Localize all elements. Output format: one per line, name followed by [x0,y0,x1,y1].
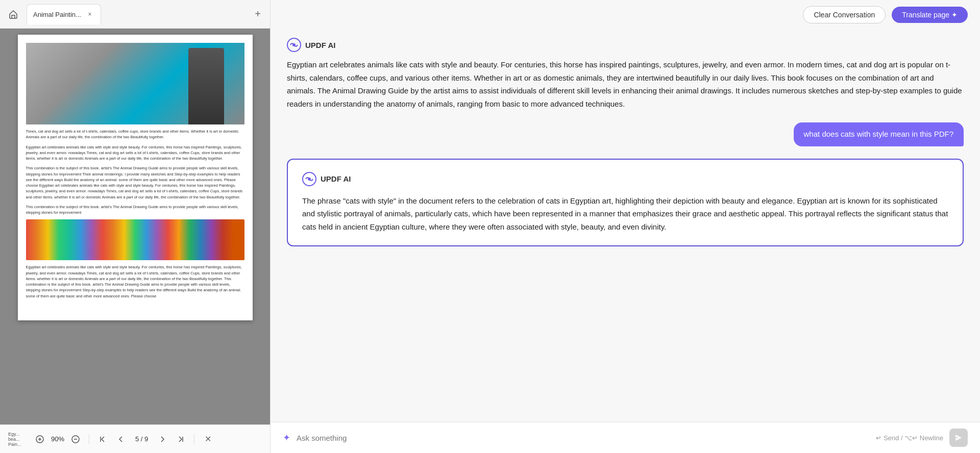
page-last-button[interactable] [174,432,188,446]
updf-ai-logo-2 [302,172,316,186]
close-document-button[interactable]: ✕ [201,432,215,446]
tab-close-button[interactable]: × [85,10,94,19]
page-first-button[interactable] [95,432,110,446]
second-ai-text: The phrase "cats with style" in the docu… [302,194,948,234]
first-ai-message: UPDF AI Egyptian art celebrates animals … [287,38,964,110]
translate-page-button[interactable]: Translate page ✦ [892,7,968,23]
zoom-display: 90% [51,435,64,443]
pdf-tab[interactable]: Animal Paintin... × [27,4,101,24]
divider-2 [194,434,194,444]
ai-name-1: UPDF AI [305,41,335,49]
tab-bar: Animal Paintin... × + [0,0,270,29]
page-next-button[interactable] [155,432,169,446]
ai-label-2: UPDF AI [302,172,948,186]
pdf-text-1: Times, cat and dog art sells a lot of t-… [26,129,244,140]
updf-ai-logo-1 [287,38,301,52]
ai-name-2: UPDF AI [321,174,351,183]
first-ai-text: Egyptian art celebrates animals like cat… [287,58,964,110]
user-bubble: what does cats with style mean in this P… [794,122,964,146]
clear-conversation-button[interactable]: Clear Conversation [803,6,886,23]
right-header: Clear Conversation Translate page ✦ [271,0,980,30]
svg-point-10 [308,178,311,181]
zoom-out-button[interactable] [68,432,83,446]
sparkle-icon: ✦ [283,432,290,443]
right-panel: Clear Conversation Translate page ✦ UPDF… [271,0,980,453]
pdf-image-pencils [26,219,244,260]
pdf-page: Times, cat and dog art sells a lot of t-… [18,35,253,320]
thumbnail-text: Egy... bea... Pain... [8,432,29,447]
send-button[interactable] [949,429,968,447]
add-tab-button[interactable]: + [250,6,266,22]
pdf-image-top [26,43,244,124]
page-info: 5 / 9 [132,435,151,443]
divider-1 [89,434,89,444]
input-hint: ↵ Send / ⌥↵ Newline [876,434,943,442]
chat-input[interactable] [297,434,870,442]
left-panel: Animal Paintin... × + Times, cat and dog… [0,0,271,453]
ai-label-1: UPDF AI [287,38,964,52]
chat-input-bar: ✦ ↵ Send / ⌥↵ Newline [271,422,980,453]
pdf-figure [188,48,224,124]
home-button[interactable] [4,5,22,23]
tab-label: Animal Paintin... [33,11,81,18]
pdf-text-4: This combination is the subject of this … [26,204,244,216]
zoom-in-button[interactable] [33,432,47,446]
pdf-text-2: Egyptian art celebrates animals like cat… [26,144,244,162]
pdf-text-5: Egyptian art celebrates animals like cat… [26,264,244,299]
zoom-value: 90% [51,435,64,443]
chat-area[interactable]: UPDF AI Egyptian art celebrates animals … [271,30,980,422]
user-message: what does cats with style mean in this P… [287,122,964,146]
second-ai-message-card: UPDF AI The phrase "cats with style" in … [287,159,964,247]
pdf-toolbar: Egy... bea... Pain... 90% [0,424,270,453]
svg-point-8 [292,43,296,46]
pdf-viewer[interactable]: Times, cat and dog art sells a lot of t-… [0,29,270,424]
input-actions: ↵ Send / ⌥↵ Newline [876,434,943,442]
page-prev-button[interactable] [114,432,128,446]
pdf-text-3: This combination is the subject of this … [26,165,244,200]
